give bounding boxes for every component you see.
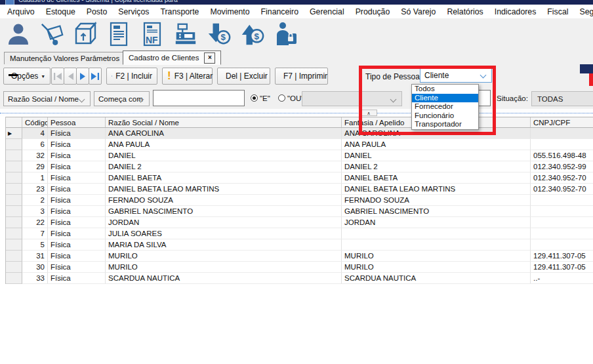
tab-cadastro-de-clientes[interactable]: Cadastro de Clientes × [123,51,221,65]
col-razao-social[interactable]: Razão Social / Nome [106,117,342,127]
table-row[interactable]: 6FísicaANA PAULAANA PAULA [6,139,593,150]
collapse-panel-button[interactable]: ∧ [360,110,377,116]
menu-item-estoque[interactable]: Estoque [40,7,81,16]
menu-item-movimento[interactable]: Movimento [205,7,255,16]
svg-text:NF: NF [146,35,158,45]
menu-item-produ-o[interactable]: Produção [350,7,396,16]
table-row[interactable]: 29FísicaDANIEL 2DANIEL 2012.340.952-99 [6,161,593,172]
dropdown-option-funcion-rio[interactable]: Funcionário [412,111,478,121]
field-selector-combo[interactable]: Razão Social / Nome [3,91,91,106]
tipo-de-pessoa-select[interactable]: Cliente [420,68,492,83]
nf-invoice-icon[interactable]: NF [140,21,165,47]
table-row[interactable]: 30FísicaMURILOMURILO129.411.307-05 [6,262,593,273]
cell-razao-social: JULIA SOARES [106,228,342,239]
nav-first-button[interactable] [51,68,64,85]
cell-pessoa: Física [48,128,106,139]
cell-cnpj-cpf [531,139,593,150]
table-row[interactable]: 31FísicaMURILOMURILO129.411.307-05 [6,251,593,262]
dropdown-option-transportador[interactable]: Transportador [412,120,478,129]
menu-item-transporte[interactable]: Transporte [155,7,205,16]
radio-and[interactable] [251,94,258,102]
search-input[interactable] [153,90,245,106]
menu-item-servi-os[interactable]: Serviços [113,7,155,16]
cell-razao-social: ANA PAULA [106,139,342,150]
menu-item-financeiro[interactable]: Financeiro [255,7,304,16]
grid-header: Código Pessoa Razão Social / Nome Fantas… [6,117,593,128]
match-mode-combo[interactable]: Começa com [94,91,150,106]
dropdown-option-todos[interactable]: Todos [412,85,478,94]
cell-codigo: 31 [22,251,48,262]
menu-item-seguran-a[interactable]: Segurança [574,7,593,16]
document-icon[interactable] [106,21,131,47]
first-record-icon [53,73,62,80]
menu-item-fiscal[interactable]: Fiscal [542,7,574,16]
delivery-cart-icon[interactable] [39,21,64,47]
table-row[interactable]: 23FísicaDANIEL BAETA LEAO MARTINSDANIEL … [6,184,593,195]
cell-codigo: 3 [22,206,48,217]
menu-item-indicadores[interactable]: Indicadores [489,7,542,16]
grid-body: ▶4FísicaANA CAROLINAANA CAROLINA6FísicaA… [6,128,593,284]
exclamation-icon: ! [167,70,171,81]
imprimir-button[interactable]: F7 | Imprimir [275,68,328,85]
action-bar: Opções ▼ F2 | Incluir ! F3 | Alterar Del… [0,64,593,88]
radio-or[interactable] [278,94,285,102]
alterar-button[interactable]: ! F3 | Alterar [162,68,213,85]
col-cnpj-cpf[interactable]: CNPJ/CPF [531,117,593,127]
nav-last-button[interactable] [89,68,102,85]
situacao-combo[interactable]: TODAS [531,91,593,106]
row-selector-cell: ▶ [6,128,22,139]
table-row[interactable]: 5FísicaMARIA DA SILVA [6,239,593,251]
svg-text:$: $ [220,32,226,42]
table-row[interactable]: 2FísicaFERNADO SOUZAFERNADO SOUZA [6,195,593,206]
radio-and-label: "E" [260,94,270,102]
tab-manutencao-valores-parametros[interactable]: Manutenção Valores Parâmetros [4,52,125,65]
incluir-label: F2 | Incluir [115,71,152,81]
row-selector-cell [6,195,22,206]
menu-item-relat-rios[interactable]: Relatórios [441,7,489,16]
dropdown-option-fornecedor[interactable]: Fornecedor [412,102,478,111]
user-lock-icon[interactable] [274,21,298,47]
incluir-button[interactable]: F2 | Incluir [106,68,157,85]
cell-pessoa: Física [48,251,106,262]
customer-icon[interactable] [6,21,31,47]
table-row[interactable]: 7FísicaJULIA SOARES [6,228,593,239]
cell-razao-social: GABRIEL NASCIMENTO [106,206,342,217]
nav-next-button[interactable] [76,68,89,85]
row-selector-cell [6,172,22,184]
cell-razao-social: ANA CAROLINA [106,128,342,139]
cell-codigo: 22 [22,217,48,228]
cell-razao-social: FERNADO SOUZA [106,195,342,206]
cell-pessoa: Física [48,217,106,228]
col-codigo[interactable]: Código [22,117,48,127]
close-icon[interactable]: × [204,52,215,64]
nav-prev-button[interactable] [64,68,77,85]
menu-item-gerencial[interactable]: Gerencial [304,7,350,16]
table-row[interactable]: 33FísicaSCARDUA NAUTICASCARDUA NAUTICA..… [6,273,593,284]
table-row[interactable]: 1FísicaDANIEL BAETADANIEL BAETA012.340.9… [6,172,593,184]
menu-item-s-varejo[interactable]: Só Varejo [396,7,441,16]
imprimir-label: F7 | Imprimir [283,71,327,81]
match-mode-value: Começa com [98,95,143,103]
table-row[interactable]: ▶4FísicaANA CAROLINAANA CAROLINA [6,128,593,139]
cell-cnpj-cpf [531,195,593,206]
cash-register-icon[interactable] [173,21,198,47]
col-pessoa[interactable]: Pessoa [48,117,106,127]
money-out-icon[interactable]: $ [240,21,265,47]
cell-razao-social: MURILO [106,262,342,273]
menu-item-arquivo[interactable]: Arquivo [0,7,40,16]
excluir-button[interactable]: Del | Excluir [217,68,270,85]
row-selector-cell [6,161,22,172]
money-in-icon[interactable]: $ [207,21,232,47]
cell-fantasia: DANIEL [342,150,531,161]
options-button[interactable]: Opções ▼ [3,68,51,85]
menu-item-posto[interactable]: Posto [81,7,112,16]
table-row[interactable]: 22FísicaJORDANJORDAN [6,217,593,228]
clipped-window-fragment [580,64,593,73]
excluir-label: Del | Excluir [226,71,268,81]
next-record-icon [79,73,87,80]
dropdown-option-cliente[interactable]: Cliente [412,94,478,103]
table-row[interactable]: 3FísicaGABRIEL NASCIMENTOGABRIEL NASCIME… [6,206,593,217]
table-row[interactable]: 32FísicaDANIELDANIEL055.516.498-48 [6,150,593,161]
grid-splitter: ∧ [0,109,593,117]
product-box-icon[interactable] [73,21,98,47]
